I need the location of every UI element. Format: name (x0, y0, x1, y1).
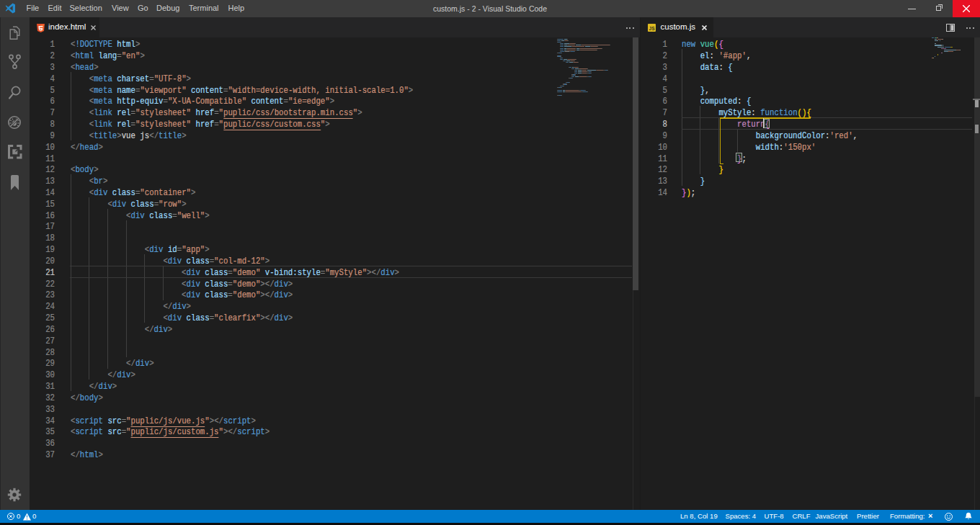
svg-text:JS: JS (649, 26, 656, 31)
